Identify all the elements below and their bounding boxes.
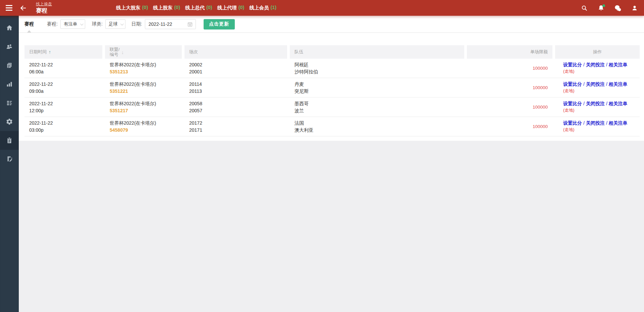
date-filter-label: 日期: — [131, 21, 142, 27]
table-row: 2022-11-2203:00p 世界杯2022(在卡塔尔)5458079 20… — [24, 117, 640, 136]
league-number: 5351221 — [110, 88, 177, 95]
stats-icon — [6, 80, 13, 88]
table-header-row: 日期时间 ↑ 联盟/编号 ↓ 场次 队伍 单场限额 操作 — [24, 45, 640, 59]
search-icon[interactable] — [580, 4, 588, 12]
live-tag: (走地) — [563, 127, 635, 133]
schedule-filter-select[interactable]: 有注单 — [60, 19, 85, 29]
nav-count: (0) — [174, 5, 180, 11]
sidebar-item-report[interactable] — [0, 150, 19, 169]
date-input-wrapper — [145, 19, 196, 29]
nav-online-agent[interactable]: 线上代理(0) — [217, 5, 245, 11]
league-number: 5351217 — [110, 107, 177, 114]
calendar-icon[interactable] — [187, 21, 193, 27]
sport-filter-select[interactable]: 足球 — [105, 19, 125, 29]
sidebar — [0, 16, 19, 312]
cell-teams: 阿根廷沙特阿拉伯 — [290, 59, 464, 78]
nav-online-shareholder[interactable]: 线上股东(0) — [153, 5, 180, 11]
menu-hamburger-icon[interactable] — [5, 4, 13, 12]
topbar: 线上操盘 赛程 线上大股东(0) 线上股东(0) 线上总代(0) 线上代理(0)… — [0, 0, 644, 16]
close-betting-link[interactable]: 关闭投注 — [586, 62, 605, 67]
sidebar-item-settings[interactable] — [0, 112, 19, 131]
breadcrumb[interactable]: 线上操盘 — [36, 2, 52, 7]
schedule-filter-label: 赛程: — [47, 21, 58, 27]
header-datetime[interactable]: 日期时间 ↑ — [24, 45, 102, 59]
nav-count: (0) — [238, 5, 245, 11]
cell-match: 2011420113 — [184, 78, 287, 97]
account-icon[interactable] — [631, 4, 639, 12]
sidebar-item-schedule[interactable] — [0, 131, 19, 150]
modules-icon — [6, 99, 13, 107]
table-row: 2022-11-2206:00a 世界杯2022(在卡塔尔)5351213 20… — [24, 59, 640, 78]
header-actions: 操作 — [555, 45, 640, 59]
cell-limit: 100000 — [467, 59, 552, 78]
header-teams: 队伍 — [290, 45, 464, 59]
chat-icon[interactable] — [614, 4, 622, 12]
cell-match: 2005820057 — [184, 98, 287, 117]
filter-bar: 赛程 赛程: 有注单 球类: 足球 日期: 点击更新 — [19, 16, 644, 33]
cell-teams: 墨西哥波兰 — [290, 98, 464, 117]
cell-teams: 丹麦突尼斯 — [290, 78, 464, 97]
league-number: 5351213 — [110, 68, 177, 75]
cell-league-number: 世界杯2022(在卡塔尔)5458079 — [105, 117, 182, 136]
related-bets-link[interactable]: 相关注单 — [609, 101, 628, 106]
league-number: 5458079 — [110, 127, 177, 134]
schedule-clipboard-icon — [6, 137, 13, 144]
sidebar-item-news[interactable] — [0, 56, 19, 75]
header-match: 场次 — [184, 45, 287, 59]
cell-league-number: 世界杯2022(在卡塔尔)5351221 — [105, 78, 182, 97]
sidebar-item-stats[interactable] — [0, 75, 19, 93]
set-score-link[interactable]: 设置比分 — [563, 62, 582, 67]
related-bets-link[interactable]: 相关注单 — [609, 62, 628, 67]
sort-asc-icon[interactable]: ↑ — [49, 49, 51, 55]
cell-actions: 设置比分/关闭投注/相关注单 (走地) — [555, 59, 640, 78]
related-bets-link[interactable]: 相关注单 — [609, 120, 628, 126]
close-betting-link[interactable]: 关闭投注 — [586, 120, 605, 126]
nav-count: (0) — [142, 5, 148, 11]
related-bets-link[interactable]: 相关注单 — [609, 81, 628, 87]
date-input[interactable] — [149, 21, 185, 27]
nav-count: (0) — [206, 5, 212, 11]
page-title: 赛程 — [36, 7, 52, 14]
cell-limit: 100000 — [467, 117, 552, 136]
news-icon — [6, 62, 13, 69]
cell-match: 2017220171 — [184, 117, 287, 136]
back-arrow-icon[interactable] — [19, 4, 28, 12]
cell-match: 2000220001 — [184, 59, 287, 78]
live-tag: (走地) — [563, 68, 635, 75]
cell-teams: 法国澳大利亚 — [290, 117, 464, 136]
header-league-number[interactable]: 联盟/编号 ↓ — [105, 45, 182, 59]
report-edit-icon — [6, 155, 13, 163]
cell-league-number: 世界杯2022(在卡塔尔)5351213 — [105, 59, 182, 78]
table-row: 2022-11-2209:00a 世界杯2022(在卡塔尔)5351221 20… — [24, 78, 640, 98]
nav-count: (1) — [270, 5, 276, 11]
settings-gear-icon — [6, 118, 13, 125]
cell-actions: 设置比分/关闭投注/相关注单 (走地) — [555, 98, 640, 117]
set-score-link[interactable]: 设置比分 — [563, 81, 582, 87]
sport-filter-label: 球类: — [92, 21, 103, 27]
nav-online-major-shareholder[interactable]: 线上大股东(0) — [116, 5, 148, 11]
chevron-down-icon — [80, 22, 84, 25]
cell-actions: 设置比分/关闭投注/相关注单 (走地) — [555, 117, 640, 136]
update-button[interactable]: 点击更新 — [204, 19, 235, 29]
sidebar-item-modules[interactable] — [0, 93, 19, 112]
page-heading: 线上操盘 赛程 — [36, 2, 52, 14]
table-row: 2022-11-2212:00p 世界杯2022(在卡塔尔)5351217 20… — [24, 98, 640, 117]
tab-caret-icon — [27, 30, 31, 33]
chevron-down-icon — [120, 22, 124, 25]
sort-desc-icon[interactable]: ↓ — [121, 49, 124, 55]
close-betting-link[interactable]: 关闭投注 — [586, 81, 605, 87]
topbar-nav: 线上大股东(0) 线上股东(0) 线上总代(0) 线上代理(0) 线上会员(1) — [116, 0, 276, 16]
set-score-link[interactable]: 设置比分 — [563, 101, 582, 106]
close-betting-link[interactable]: 关闭投注 — [586, 101, 605, 106]
cell-actions: 设置比分/关闭投注/相关注单 (走地) — [555, 78, 640, 97]
nav-online-master-agent[interactable]: 线上总代(0) — [185, 5, 212, 11]
users-icon — [6, 43, 13, 50]
sidebar-item-users[interactable] — [0, 37, 19, 56]
cell-limit: 100000 — [467, 78, 552, 97]
sidebar-item-home[interactable] — [0, 18, 19, 37]
nav-online-member[interactable]: 线上会员(1) — [249, 5, 276, 11]
notifications-icon[interactable] — [597, 4, 605, 12]
set-score-link[interactable]: 设置比分 — [563, 120, 582, 126]
tab-schedule[interactable]: 赛程 — [24, 16, 34, 33]
cell-league-number: 世界杯2022(在卡塔尔)5351217 — [105, 98, 182, 117]
